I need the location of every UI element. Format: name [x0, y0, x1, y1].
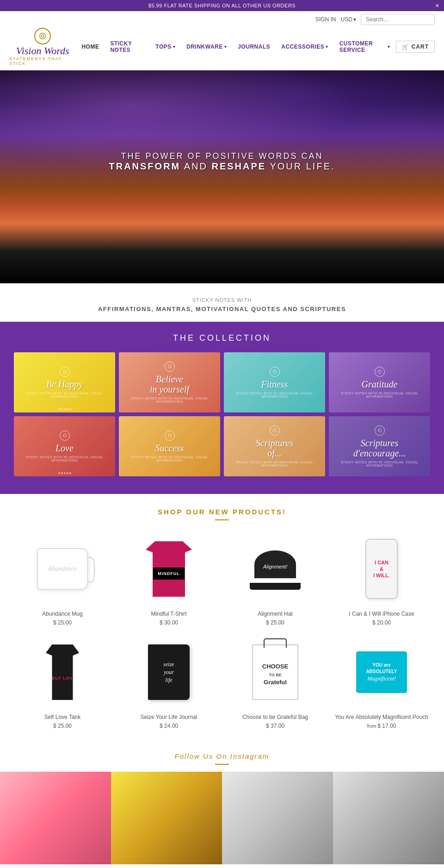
sticky-notes-sub-label: STICKY NOTES WITH [9, 297, 435, 303]
card-circle-icon [270, 425, 280, 436]
product-iphone-case[interactable]: I CAN&I WILL. I Can & I Will iPhone Case… [333, 532, 430, 626]
currency-selector[interactable]: USD ▾ [341, 16, 356, 23]
product-mindful-tshirt[interactable]: MINDFUL Mindful T-Shirt $ 30.00 [120, 532, 217, 626]
logo-circle-icon [34, 28, 51, 44]
close-announcement-button[interactable]: × [435, 2, 439, 9]
phone-case-visual: I CAN&I WILL. [365, 539, 398, 599]
tshirt-inner: MINDFUL [153, 568, 185, 580]
card-sub-be-happy: STICKY NOTES WITH 50 INDIVIDUAL VISUAL A… [14, 392, 115, 398]
product-name-tshirt: Mindful T-Shirt [120, 611, 217, 617]
sticky-notes-main-label: AFFIRMATIONS, MANTRAS, MOTIVATIONAL QUOT… [9, 306, 435, 312]
collection-card-be-happy[interactable]: Be Happy STICKY NOTES WITH 50 INDIVIDUAL… [14, 352, 115, 412]
product-price-mug: $ 25.00 [14, 619, 111, 626]
product-image-journal: seizeyourlife [120, 635, 217, 709]
instagram-item-1[interactable] [0, 772, 111, 864]
card-label-scriptures1: Scripturesof... [256, 438, 293, 458]
card-circle-icon [375, 367, 385, 377]
instagram-grid [0, 772, 444, 864]
hat-text: Alignment! [263, 564, 287, 569]
collection-card-scriptures1[interactable]: Scripturesof... STICKY NOTES WITH 50 IND… [224, 416, 325, 476]
nav-accessories[interactable]: ACCESSORIES ▾ [276, 41, 333, 52]
product-name-bag: Choose to be Grateful Bag [227, 714, 324, 720]
product-name-journal: Seize Your Life Journal [120, 714, 217, 720]
bag-text: CHOOSETO BEGrateful [262, 663, 288, 687]
card-circle-icon [165, 431, 175, 441]
card-sub-gratitude: STICKY NOTES WITH 50 INDIVIDUAL VISUAL A… [329, 392, 430, 398]
collection-card-scriptures2[interactable]: Scripturesd'encourage... STICKY NOTES WI… [329, 416, 430, 476]
instagram-section: Follow Us On Instagram [0, 738, 444, 864]
hero-line1: THE POWER OF POSITIVE WORDS CAN [109, 151, 335, 161]
pouch-visual: YOU areABSOLUTELYMagnificent! [356, 651, 407, 693]
svg-point-7 [168, 434, 171, 437]
card-label-fitness: Fitness [261, 379, 288, 389]
product-price-tshirt: $ 30.00 [120, 619, 217, 626]
nav-sticky-notes[interactable]: STICKY NOTES [105, 38, 150, 56]
hat-brim [250, 583, 301, 590]
collection-card-fitness[interactable]: Fitness STICKY NOTES WITH 50 INDIVIDUAL … [224, 352, 325, 412]
product-bag[interactable]: CHOOSETO BEGrateful Choose to be Gratefu… [227, 635, 324, 729]
nav-drinkware[interactable]: DRINKWARE ▾ [181, 41, 232, 52]
product-journal[interactable]: seizeyourlife Seize Your Life Journal $ … [120, 635, 217, 729]
main-header: Vision Words STATEMENTS THAT STICK HOME … [0, 28, 444, 70]
svg-point-2 [63, 370, 66, 374]
logo-tagline: STATEMENTS THAT STICK [9, 56, 76, 66]
announcement-bar: $5.99 FLAT RATE SHIPPING ON ALL OTHER US… [0, 0, 444, 11]
collection-card-success[interactable]: Success STICKY NOTES WITH 50 INDIVIDUAL … [119, 416, 220, 476]
cart-icon: 🛒 [402, 44, 409, 50]
mug-text: Abundance [48, 565, 77, 573]
collection-card-gratitude[interactable]: Gratitude STICKY NOTES WITH 50 INDIVIDUA… [329, 352, 430, 412]
product-name-hat: Alignment Hat [227, 611, 324, 617]
shop-title: SHOP OUR NEW PRODUCTS! [14, 508, 430, 516]
logo[interactable]: Vision Words STATEMENTS THAT STICK [9, 28, 76, 66]
svg-point-9 [378, 429, 381, 432]
product-self-love-tank[interactable]: SELF LOVE Self Love Tank $ 25.00 [14, 635, 111, 729]
journal-visual: seizeyourlife [148, 644, 190, 700]
nav-journals[interactable]: JOURNALS [232, 41, 276, 52]
product-name-mug: Abundance Mug [14, 611, 111, 617]
instagram-item-2[interactable] [111, 772, 222, 864]
svg-point-6 [63, 434, 66, 437]
product-price-tank: $ 25.00 [14, 723, 111, 729]
hat-body: Alignment! [254, 550, 296, 578]
instagram-divider [215, 764, 229, 765]
product-price-journal: $ 24.00 [120, 723, 217, 729]
nav-tops[interactable]: TOPS ▾ [150, 41, 181, 52]
hero-banner: THE POWER OF POSITIVE WORDS CAN TRANSFOR… [0, 70, 444, 283]
card-label-gratitude: Gratitude [362, 379, 398, 389]
products-grid: Abundance Abundance Mug $ 25.00 MINDFUL … [14, 532, 430, 729]
card-sub-success: STICKY NOTES WITH 50 INDIVIDUAL VISUAL A… [119, 456, 220, 462]
cart-button[interactable]: 🛒 CART [396, 41, 435, 53]
nav-home[interactable]: HOME [76, 41, 105, 52]
instagram-item-3[interactable] [222, 772, 333, 864]
product-image-bag: CHOOSETO BEGrateful [227, 635, 324, 709]
product-name-pouch: You Are Absolutely Magnificent Pouch [333, 714, 430, 720]
card-circle-icon [165, 362, 175, 372]
product-abundance-mug[interactable]: Abundance Abundance Mug $ 25.00 [14, 532, 111, 626]
collection-row-1: Be Happy STICKY NOTES WITH 50 INDIVIDUAL… [14, 352, 430, 412]
collection-card-believe[interactable]: Believein yourself STICKY NOTES WITH 50 … [119, 352, 220, 412]
shop-title-divider [215, 519, 229, 520]
product-price-from: from [367, 724, 378, 729]
tshirt-visual: MINDFUL [146, 541, 192, 597]
card-label-scriptures2: Scripturesd'encourage... [353, 438, 406, 458]
nav-customer-service[interactable]: CUSTOMER SERVICE ▾ [334, 38, 396, 56]
tshirt-patch-text: MINDFUL [153, 568, 185, 580]
product-pouch[interactable]: YOU areABSOLUTELYMagnificent! You Are Ab… [333, 635, 430, 729]
announcement-text: $5.99 FLAT RATE SHIPPING ON ALL OTHER US… [148, 3, 296, 8]
search-input[interactable] [361, 14, 435, 25]
instagram-item-4[interactable] [333, 772, 444, 864]
currency-label: USD [341, 16, 352, 23]
tank-visual: SELF LOVE [42, 644, 83, 700]
product-alignment-hat[interactable]: Alignment! Alignment Hat $ 25.00 [227, 532, 324, 626]
card-dots [58, 408, 71, 410]
main-navigation: HOME STICKY NOTES TOPS ▾ DRINKWARE ▾ JOU… [76, 38, 395, 56]
sign-in-link[interactable]: SIGN IN [315, 16, 336, 23]
card-label-success: Success [155, 443, 184, 453]
shop-section: SHOP OUR NEW PRODUCTS! Abundance Abundan… [0, 494, 444, 738]
svg-point-1 [42, 35, 44, 37]
customer-service-dropdown-icon: ▾ [388, 44, 390, 49]
product-price-case: $ 20.00 [333, 619, 430, 626]
collection-card-love[interactable]: Love STICKY NOTES WITH 50 INDIVIDUAL VIS… [14, 416, 115, 476]
product-image-case: I CAN&I WILL. [333, 532, 430, 606]
product-price-pouch: from $ 17.00 [333, 723, 430, 729]
